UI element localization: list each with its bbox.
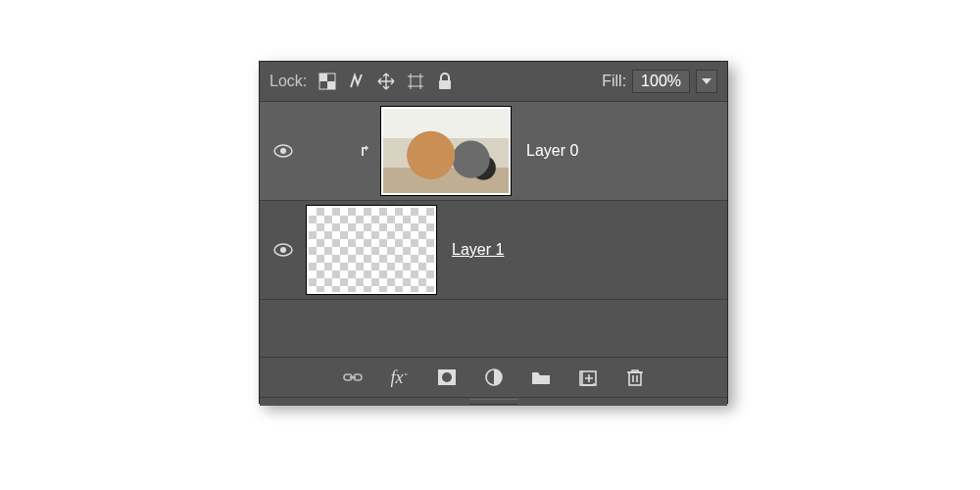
link-layers-icon[interactable] — [342, 367, 364, 388]
layer-style-icon[interactable]: fx˅ — [389, 367, 411, 388]
layer-content: Layer 0 — [307, 102, 727, 201]
svg-point-6 — [280, 148, 286, 154]
layer-name[interactable]: Layer 1 — [452, 241, 504, 259]
svg-rect-3 — [411, 76, 420, 86]
eye-icon — [273, 243, 293, 257]
layer-row[interactable]: Layer 1 — [260, 201, 727, 300]
svg-rect-1 — [319, 74, 327, 81]
delete-layer-icon[interactable] — [624, 367, 646, 388]
fill-control: Fill: 100% — [602, 70, 717, 93]
layer-thumbnail[interactable] — [381, 107, 511, 195]
eye-icon — [273, 144, 293, 158]
layer-content: Layer 1 — [307, 200, 727, 300]
lock-transparent-pixels-icon[interactable] — [316, 70, 339, 93]
layers-panel: Lock: Fill: 100% — [259, 61, 728, 404]
lock-artboard-icon[interactable] — [404, 70, 427, 93]
adjustment-layer-icon[interactable] — [483, 367, 505, 388]
add-mask-icon[interactable] — [436, 367, 458, 388]
svg-rect-16 — [629, 372, 641, 385]
svg-point-8 — [280, 247, 286, 253]
lock-fill-bar: Lock: Fill: 100% — [260, 62, 727, 102]
lock-position-icon[interactable] — [374, 70, 398, 93]
svg-rect-2 — [327, 81, 335, 89]
new-layer-icon[interactable] — [577, 367, 599, 388]
layers-list: Layer 0 Layer 1 — [260, 102, 727, 357]
svg-rect-11 — [350, 376, 356, 378]
lock-image-pixels-icon[interactable] — [345, 70, 368, 93]
svg-rect-4 — [439, 80, 451, 89]
fill-value-input[interactable]: 100% — [632, 70, 690, 93]
visibility-toggle[interactable] — [260, 144, 307, 158]
layer-thumbnail[interactable] — [307, 206, 436, 294]
clipping-indicator-icon — [354, 144, 381, 158]
lock-label: Lock: — [270, 73, 307, 90]
new-group-icon[interactable] — [530, 367, 552, 388]
lock-all-icon[interactable] — [433, 70, 457, 93]
panel-resize-grip[interactable] — [260, 397, 727, 406]
layer-name[interactable]: Layer 0 — [526, 142, 578, 160]
svg-point-13 — [442, 372, 452, 382]
fill-dropdown-icon[interactable] — [696, 70, 717, 93]
fill-label: Fill: — [602, 73, 626, 90]
visibility-toggle[interactable] — [260, 243, 307, 257]
layers-bottom-bar: fx˅ — [260, 357, 727, 397]
layer-row[interactable]: Layer 0 — [260, 102, 727, 201]
